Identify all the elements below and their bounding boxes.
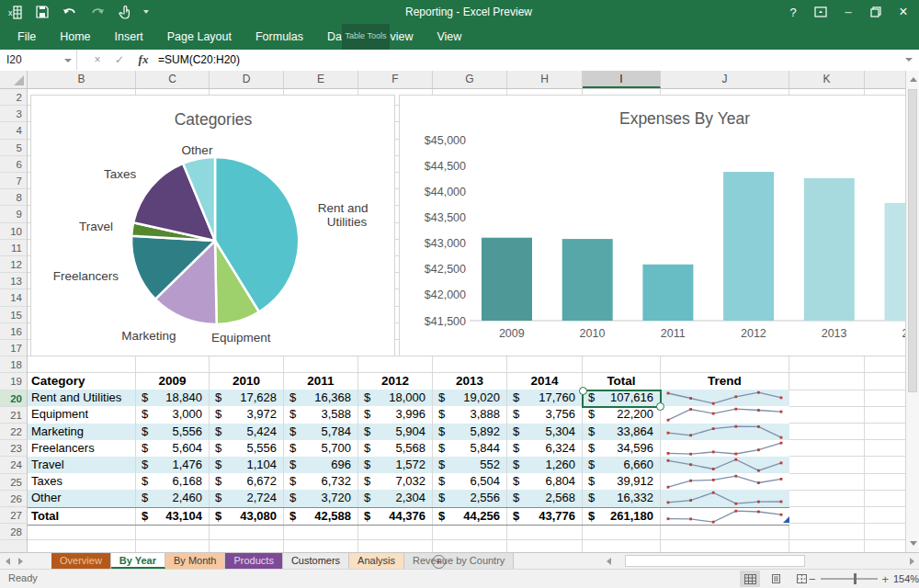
tab-formulas[interactable]: Formulas	[244, 24, 315, 50]
tab-insert[interactable]: Insert	[103, 24, 155, 50]
cell-trend-sparkline[interactable]	[661, 490, 789, 506]
tab-view[interactable]: View	[425, 24, 473, 50]
column-header-B[interactable]: B	[28, 71, 136, 88]
cell-year-value[interactable]: $1,476	[136, 457, 210, 473]
cell-trend-sparkline[interactable]	[661, 440, 789, 457]
new-sheet-button[interactable]: +	[432, 555, 446, 569]
select-all-corner[interactable]	[0, 71, 28, 88]
cell-year-value[interactable]: $7,032	[358, 473, 433, 490]
row-header-16[interactable]: 16	[0, 323, 27, 340]
scroll-down-icon[interactable]	[910, 541, 917, 546]
cell-year-value[interactable]: $6,324	[507, 440, 583, 457]
row-header-18[interactable]: 18	[0, 356, 27, 373]
row-header-12[interactable]: 12	[0, 256, 27, 273]
table-resize-handle[interactable]	[783, 516, 789, 523]
cell-year-value[interactable]: $43,080	[210, 508, 284, 525]
vertical-scrollbar[interactable]	[905, 71, 919, 552]
row-header-3[interactable]: 3	[0, 106, 27, 122]
tab-file[interactable]: File	[6, 24, 48, 50]
sheet-tab-products[interactable]: Products	[225, 553, 282, 569]
row-header-10[interactable]: 10	[0, 223, 27, 240]
tab-home[interactable]: Home	[48, 24, 102, 50]
cell-year-value[interactable]: $43,104	[136, 508, 210, 525]
cell-year-value[interactable]: $2,556	[433, 490, 507, 506]
help-button[interactable]: ?	[781, 2, 805, 22]
cell-year-value[interactable]: $6,672	[210, 473, 284, 490]
row-header-8[interactable]: 8	[0, 189, 27, 206]
hscroll-right-icon[interactable]	[910, 558, 914, 565]
cell-total[interactable]: $33,864	[583, 424, 661, 440]
table-header-trend[interactable]: Trend	[661, 373, 789, 390]
cells-area[interactable]: CategoriesRent andUtilitiesEquipmentMark…	[28, 89, 905, 552]
cell-year-value[interactable]: $2,724	[210, 490, 284, 506]
cell-year-value[interactable]: $5,844	[433, 440, 507, 457]
row-header-21[interactable]: 21	[0, 407, 27, 424]
bar-chart-expenses-by-year[interactable]: Expenses By Year$41,500$42,000$42,500$43…	[399, 95, 905, 356]
cell-year-value[interactable]: $3,972	[210, 406, 284, 423]
redo-icon[interactable]	[88, 3, 107, 21]
cell-category[interactable]: Total	[28, 508, 136, 525]
sheet-nav-left-icon[interactable]	[6, 558, 10, 565]
row-header-22[interactable]: 22	[0, 424, 27, 440]
cell-category[interactable]: Rent and Utilities	[28, 390, 136, 406]
vertical-scroll-thumb[interactable]	[908, 89, 917, 392]
horizontal-scroll-thumb[interactable]	[625, 555, 805, 567]
pie-chart-categories[interactable]: CategoriesRent andUtilitiesEquipmentMark…	[30, 95, 395, 356]
cell-total[interactable]: $39,912	[583, 473, 661, 490]
cell-year-value[interactable]: $6,504	[433, 473, 507, 490]
cell-total[interactable]: $261,180	[583, 508, 661, 525]
cell-year-value[interactable]: $17,760	[507, 390, 583, 406]
sheet-tab-customers[interactable]: Customers	[283, 553, 349, 569]
horizontal-scrollbar[interactable]	[607, 555, 914, 567]
hscroll-left-icon[interactable]	[607, 558, 611, 565]
table-header-2014[interactable]: 2014	[507, 373, 583, 390]
cell-year-value[interactable]: $43,776	[507, 508, 583, 525]
row-header-6[interactable]: 6	[0, 156, 27, 173]
table-header-total[interactable]: Total	[583, 373, 661, 390]
cell-category[interactable]: Freelancers	[28, 440, 136, 457]
cell-year-value[interactable]: $6,168	[136, 473, 210, 490]
cell-year-value[interactable]: $3,720	[284, 490, 358, 506]
cell-category[interactable]: Equipment	[28, 406, 136, 423]
cell-year-value[interactable]: $5,904	[358, 424, 433, 440]
cell-year-value[interactable]: $5,784	[284, 424, 358, 440]
cell-year-value[interactable]: $5,892	[433, 424, 507, 440]
zoom-in-icon[interactable]: +	[882, 572, 890, 586]
insert-function-icon[interactable]: fx	[134, 50, 153, 70]
row-header-25[interactable]: 25	[0, 474, 27, 491]
table-header-category[interactable]: Category	[28, 373, 136, 390]
column-header-L[interactable]: L	[865, 71, 905, 88]
cell-year-value[interactable]: $552	[433, 457, 507, 473]
save-icon[interactable]	[33, 3, 51, 21]
table-header-2009[interactable]: 2009	[136, 373, 210, 390]
cell-year-value[interactable]: $1,104	[210, 457, 284, 473]
cell-year-value[interactable]: $6,804	[507, 473, 583, 490]
cell-year-value[interactable]: $16,368	[284, 390, 358, 406]
row-header-27[interactable]: 27	[0, 507, 27, 524]
cell-trend-sparkline[interactable]	[661, 406, 789, 423]
column-header-K[interactable]: K	[789, 71, 865, 88]
cell-year-value[interactable]: $5,604	[136, 440, 210, 457]
cell-year-value[interactable]: $2,460	[136, 490, 210, 506]
row-header-13[interactable]: 13	[0, 273, 27, 289]
row-header-11[interactable]: 11	[0, 240, 27, 256]
cell-year-value[interactable]: $1,260	[507, 457, 583, 473]
column-header-D[interactable]: D	[210, 71, 284, 88]
cell-trend-sparkline[interactable]	[661, 473, 789, 490]
cell-year-value[interactable]: $1,572	[358, 457, 433, 473]
zoom-out-icon[interactable]: −	[809, 572, 816, 586]
cell-category[interactable]: Taxes	[28, 473, 136, 490]
cell-trend-sparkline[interactable]	[661, 457, 789, 473]
column-header-I[interactable]: I	[583, 71, 661, 88]
sheet-tab-revenue-by-country[interactable]: Revenue by Country	[404, 553, 514, 569]
row-header-15[interactable]: 15	[0, 307, 27, 323]
page-layout-view-button[interactable]	[766, 571, 786, 587]
cell-total[interactable]: $6,660	[583, 457, 661, 473]
cell-year-value[interactable]: $5,568	[358, 440, 433, 457]
row-header-9[interactable]: 9	[0, 206, 27, 222]
cell-year-value[interactable]: $42,588	[284, 508, 358, 525]
row-header-24[interactable]: 24	[0, 457, 27, 473]
cell-year-value[interactable]: $6,732	[284, 473, 358, 490]
column-header-C[interactable]: C	[136, 71, 210, 88]
undo-icon[interactable]	[61, 3, 79, 21]
